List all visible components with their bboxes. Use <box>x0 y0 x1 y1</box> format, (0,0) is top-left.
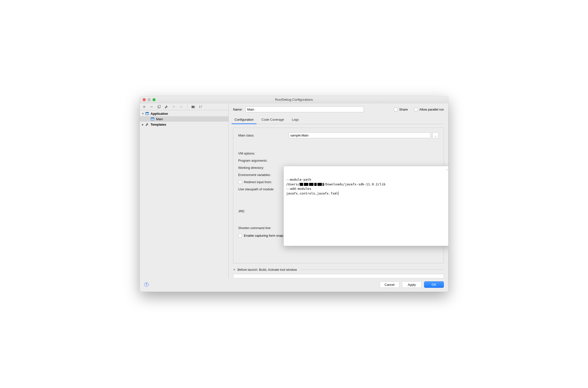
browse-main-class-button[interactable]: ... <box>432 132 439 138</box>
cancel-button[interactable]: Cancel <box>380 281 399 288</box>
chevron-down-icon[interactable]: ▼ <box>142 112 144 115</box>
redacted-username <box>314 183 317 186</box>
dialog-window: Run/Debug Configurations ▼ Application <box>140 96 448 292</box>
share-checkbox[interactable] <box>394 108 398 111</box>
toolbar-separator <box>187 105 187 109</box>
name-row: Name: Share Allow parallel run <box>233 106 444 112</box>
vm-options-line: --module-path <box>286 178 311 181</box>
config-tabs: Configuration Code Coverage Logs <box>233 116 444 124</box>
minimize-window-icon[interactable] <box>147 98 150 101</box>
separator-line <box>300 269 444 270</box>
ok-button[interactable]: OK <box>424 281 444 288</box>
tree-node-templates[interactable]: ▶ Templates <box>140 122 228 127</box>
window-controls <box>140 98 155 101</box>
name-label: Name: <box>233 108 243 111</box>
main-class-label: Main class: <box>238 134 285 137</box>
name-input[interactable] <box>245 106 364 112</box>
env-vars-label: Environment variables: <box>238 173 285 177</box>
field-vm-options: VM options: <box>238 151 439 155</box>
zoom-window-icon[interactable] <box>152 98 155 101</box>
redacted-username <box>304 183 308 186</box>
tree-label: Main <box>155 117 163 121</box>
share-label: Share <box>399 108 408 111</box>
tree-node-main[interactable]: Main <box>140 116 228 122</box>
collapse-icon[interactable]: ⇲ <box>446 168 448 170</box>
before-launch-header[interactable]: ▼ Before launch: Build, Activate tool wi… <box>233 267 444 272</box>
field-main-class: Main class: ... <box>238 132 439 138</box>
wrench-icon <box>145 122 149 126</box>
close-window-icon[interactable] <box>143 98 146 101</box>
dialog-footer: ? Cancel Apply OK <box>140 278 448 292</box>
tree-label: Application <box>150 112 168 116</box>
working-dir-label: Working directory: <box>238 166 285 170</box>
add-icon[interactable] <box>142 105 146 109</box>
move-down-icon[interactable] <box>179 105 183 109</box>
parallel-checkbox[interactable] <box>414 108 418 111</box>
redirect-checkbox[interactable] <box>238 180 242 184</box>
dialog-body: ▼ Application Main ▶ Templates Name: <box>140 103 448 278</box>
application-icon <box>145 112 149 116</box>
before-launch-label: Before launch: Build, Activate tool wind… <box>238 268 297 271</box>
share-option[interactable]: Share <box>394 108 408 111</box>
right-panel: Name: Share Allow parallel run Configura… <box>229 103 448 278</box>
classpath-label: Use classpath of module: <box>238 187 285 191</box>
redacted-username <box>300 183 303 186</box>
text-caret <box>339 192 339 195</box>
titlebar: Run/Debug Configurations <box>140 96 448 103</box>
configurations-tree[interactable]: ▼ Application Main ▶ Templates <box>140 110 228 278</box>
parallel-option[interactable]: Allow parallel run <box>414 108 444 111</box>
vm-options-line: javafx.controls,javafx.fxml <box>286 192 339 195</box>
tab-configuration[interactable]: Configuration <box>234 116 254 124</box>
shorten-cmd-label: Shorten command line: <box>238 226 285 230</box>
before-launch-list[interactable] <box>233 274 444 278</box>
redirect-label: Redirect input from: <box>244 180 272 184</box>
move-up-icon[interactable] <box>172 105 176 109</box>
tree-label: Templates <box>150 123 166 126</box>
main-class-input[interactable] <box>289 132 431 138</box>
vm-options-line: /Users//Downloads/javafx-sdk-11.0.2/lib <box>286 182 385 186</box>
chevron-down-icon[interactable]: ▼ <box>233 268 236 271</box>
vm-options-expanded-editor[interactable]: ⇲ --module-path /Users//Downloads/javafx… <box>283 166 448 246</box>
jre-label: JRE: <box>238 209 285 213</box>
snapshots-checkbox[interactable] <box>238 234 242 238</box>
window-title: Run/Debug Configurations <box>140 98 448 101</box>
parallel-label: Allow parallel run <box>419 108 444 111</box>
vm-options-line: --add-modules <box>286 187 311 191</box>
program-args-label: Program arguments: <box>238 159 285 162</box>
left-panel: ▼ Application Main ▶ Templates <box>140 103 229 278</box>
redacted-username <box>318 183 322 186</box>
help-icon[interactable]: ? <box>144 282 148 287</box>
tab-code-coverage[interactable]: Code Coverage <box>261 116 284 124</box>
edit-defaults-icon[interactable] <box>164 105 168 109</box>
apply-button[interactable]: Apply <box>402 281 422 288</box>
remove-icon[interactable] <box>149 105 153 109</box>
svg-rect-1 <box>158 105 160 108</box>
copy-icon[interactable] <box>157 105 161 109</box>
tree-node-application[interactable]: ▼ Application <box>140 111 228 116</box>
tab-logs[interactable]: Logs <box>291 116 299 124</box>
chevron-right-icon[interactable]: ▶ <box>142 123 144 126</box>
field-program-args: Program arguments: <box>238 159 439 162</box>
folder-move-icon[interactable] <box>191 105 195 109</box>
application-icon <box>150 117 154 121</box>
sort-icon[interactable] <box>199 105 203 109</box>
redacted-username <box>309 183 314 186</box>
vm-options-label: VM options: <box>238 151 285 155</box>
tree-toolbar <box>140 103 228 110</box>
